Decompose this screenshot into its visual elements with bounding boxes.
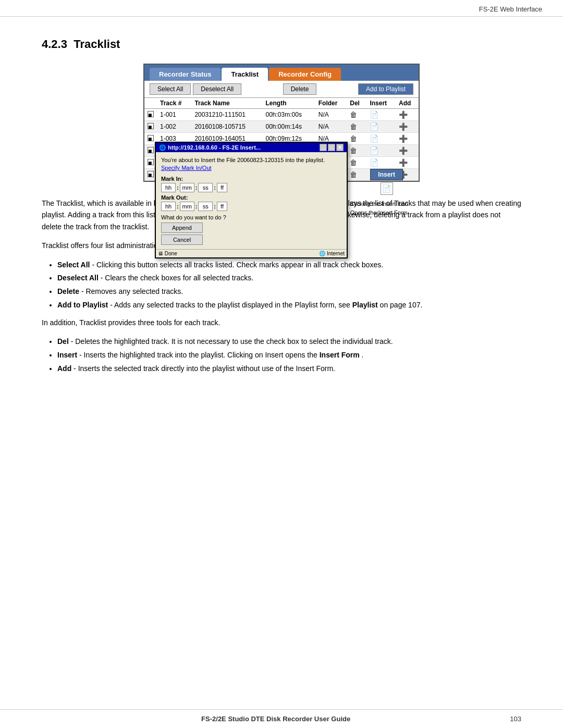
insert-icon-1[interactable]: 📄 bbox=[366, 109, 396, 121]
footer-page-number: 103 bbox=[510, 715, 521, 723]
col-track-num: Track # bbox=[157, 98, 191, 109]
del-icon-6[interactable]: 🗑 bbox=[347, 169, 366, 181]
insert-form-icon[interactable]: 📄 bbox=[381, 182, 393, 195]
track-name-2: 20160108-105715 bbox=[191, 121, 262, 133]
popup-statusbar: 🖥 Done 🌐 Internet bbox=[156, 249, 347, 257]
annotation-line2: Opens the Insert Form bbox=[350, 208, 408, 217]
table-row: ■ 1-002 20160108-105715 00h:00m:14s N/A … bbox=[144, 121, 419, 133]
admin-tools-list: Select All - Clicking this button select… bbox=[57, 259, 521, 312]
mark-in-label: Mark In: bbox=[161, 176, 341, 182]
per-track-intro: In addition, Tracklist provides three to… bbox=[42, 317, 521, 328]
cancel-button[interactable]: Cancel bbox=[161, 235, 203, 245]
popup-message: You're about to Insert the File 20060823… bbox=[161, 156, 341, 172]
annotation-line1: Clicking the Insert Icon bbox=[350, 200, 408, 208]
bullet-delete: Delete - Removes any selected tracks. bbox=[57, 286, 521, 298]
bullet-deselect-all: Deselect All - Clears the check boxes fo… bbox=[57, 272, 521, 285]
del-icon-1[interactable]: 🗑 bbox=[347, 109, 366, 121]
track-num-2: 1-002 bbox=[157, 121, 191, 133]
mark-in-input: : : : bbox=[161, 183, 341, 192]
popup-minimize[interactable]: _ bbox=[320, 144, 327, 151]
mark-in-ff[interactable] bbox=[217, 183, 227, 192]
mark-out-label: Mark Out: bbox=[161, 194, 341, 201]
add-icon-1[interactable]: ➕ bbox=[396, 109, 419, 121]
insert-button[interactable]: Insert bbox=[370, 169, 403, 180]
track-name-1: 20031210-111501 bbox=[191, 109, 262, 121]
insert-icon-5[interactable]: 📄 bbox=[366, 157, 396, 169]
tab-recorder-config[interactable]: Recorder Config bbox=[269, 68, 341, 81]
col-track-name: Track Name bbox=[191, 98, 262, 109]
delete-button[interactable]: Delete bbox=[283, 83, 317, 95]
popup-mark-link[interactable]: Specify Mark In/Out bbox=[161, 165, 212, 171]
statusbar-internet: 🌐 Internet bbox=[251, 251, 345, 256]
track-length-2: 00h:00m:14s bbox=[263, 121, 315, 133]
bullet-del: Del - Deletes the highlighted track. It … bbox=[57, 336, 521, 348]
mark-out-input: : : : bbox=[161, 202, 341, 211]
append-button[interactable]: Append bbox=[161, 223, 203, 233]
col-add: Add bbox=[396, 98, 419, 109]
bullet-select-all: Select All - Clicking this button select… bbox=[57, 259, 521, 272]
add-icon-3[interactable]: ➕ bbox=[396, 133, 419, 145]
col-del: Del bbox=[347, 98, 366, 109]
mark-out-ff[interactable] bbox=[217, 202, 227, 211]
track-folder-2: N/A bbox=[315, 121, 347, 133]
checkbox-1[interactable]: ■ bbox=[148, 111, 154, 117]
checkbox-5[interactable]: ■ bbox=[148, 159, 154, 165]
col-insert: Insert bbox=[366, 98, 396, 109]
del-icon-5[interactable]: 🗑 bbox=[347, 157, 366, 169]
mark-in-mm[interactable] bbox=[180, 183, 194, 192]
insert-popup: 🌐 http://192.168.0.60 - FS-2E Insert... … bbox=[155, 142, 348, 258]
page-header: FS-2E Web Interface bbox=[0, 0, 563, 17]
add-to-playlist-button[interactable]: Add to Playlist bbox=[358, 83, 413, 95]
deselect-all-button[interactable]: Deselect All bbox=[193, 83, 241, 95]
popup-maximize[interactable]: □ bbox=[328, 144, 335, 151]
table-row: ■ 1-001 20031210-111501 00h:03m:00s N/A … bbox=[144, 109, 419, 121]
add-icon-2[interactable]: ➕ bbox=[396, 121, 419, 133]
track-folder-1: N/A bbox=[315, 109, 347, 121]
col-length: Length bbox=[263, 98, 315, 109]
add-icon-5[interactable]: ➕ bbox=[396, 157, 419, 169]
per-track-list: Del - Deletes the highlighted track. It … bbox=[57, 336, 521, 375]
header-title: FS-2E Web Interface bbox=[479, 5, 542, 13]
insert-area: Insert 📄 bbox=[370, 169, 403, 195]
annotation-area: Clicking the Insert Icon Opens the Inser… bbox=[350, 198, 408, 217]
bullet-add: Add - Inserts the selected track directl… bbox=[57, 363, 521, 375]
mark-in-ss[interactable] bbox=[198, 183, 213, 192]
track-num-1: 1-001 bbox=[157, 109, 191, 121]
insert-icon-3[interactable]: 📄 bbox=[366, 133, 396, 145]
del-icon-2[interactable]: 🗑 bbox=[347, 121, 366, 133]
popup-question: What do you want to do ? bbox=[161, 214, 341, 220]
bullet-add-to-playlist: Add to Playlist - Adds any selected trac… bbox=[57, 299, 521, 312]
footer-product: FS-2/2E Studio DTE Disk Recorder User Gu… bbox=[201, 715, 350, 723]
del-icon-3[interactable]: 🗑 bbox=[347, 133, 366, 145]
mark-out-hh[interactable] bbox=[161, 202, 176, 211]
mark-out-ss[interactable] bbox=[198, 202, 213, 211]
mark-out-mm[interactable] bbox=[180, 202, 194, 211]
popup-body: You're about to Insert the File 20060823… bbox=[156, 152, 347, 249]
col-check bbox=[144, 98, 157, 109]
insert-icon-4[interactable]: 📄 bbox=[366, 145, 396, 157]
checkbox-4[interactable]: ■ bbox=[148, 147, 154, 153]
popup-close[interactable]: ✕ bbox=[336, 144, 344, 151]
mark-in-hh[interactable] bbox=[161, 183, 176, 192]
statusbar-done: 🖥 Done bbox=[158, 251, 251, 256]
checkbox-6[interactable]: ■ bbox=[148, 171, 154, 177]
tab-bar: Recorder Status Tracklist Recorder Confi… bbox=[144, 65, 419, 81]
annotation-lines: Clicking the Insert Icon Opens the Inser… bbox=[350, 200, 408, 217]
insert-icon-2[interactable]: 📄 bbox=[366, 121, 396, 133]
popup-controls: _ □ ✕ bbox=[320, 144, 344, 151]
screenshot-container: Recorder Status Tracklist Recorder Confi… bbox=[143, 64, 420, 182]
checkbox-2[interactable]: ■ bbox=[148, 123, 154, 129]
checkbox-3[interactable]: ■ bbox=[148, 135, 154, 141]
toolbar-row: Select All Deselect All Delete Add to Pl… bbox=[144, 81, 419, 98]
tab-recorder-status[interactable]: Recorder Status bbox=[150, 68, 221, 81]
select-all-button[interactable]: Select All bbox=[150, 83, 191, 95]
bullet-insert: Insert - Inserts the highlighted track i… bbox=[57, 349, 521, 362]
popup-actions: Append Cancel bbox=[161, 223, 203, 245]
popup-titlebar: 🌐 http://192.168.0.60 - FS-2E Insert... … bbox=[156, 143, 347, 152]
del-icon-4[interactable]: 🗑 bbox=[347, 145, 366, 157]
add-icon-4[interactable]: ➕ bbox=[396, 145, 419, 157]
track-length-1: 00h:03m:00s bbox=[263, 109, 315, 121]
tab-tracklist[interactable]: Tracklist bbox=[222, 68, 268, 81]
popup-title: 🌐 http://192.168.0.60 - FS-2E Insert... bbox=[159, 144, 261, 151]
page-footer: FS-2/2E Studio DTE Disk Recorder User Gu… bbox=[0, 709, 563, 728]
